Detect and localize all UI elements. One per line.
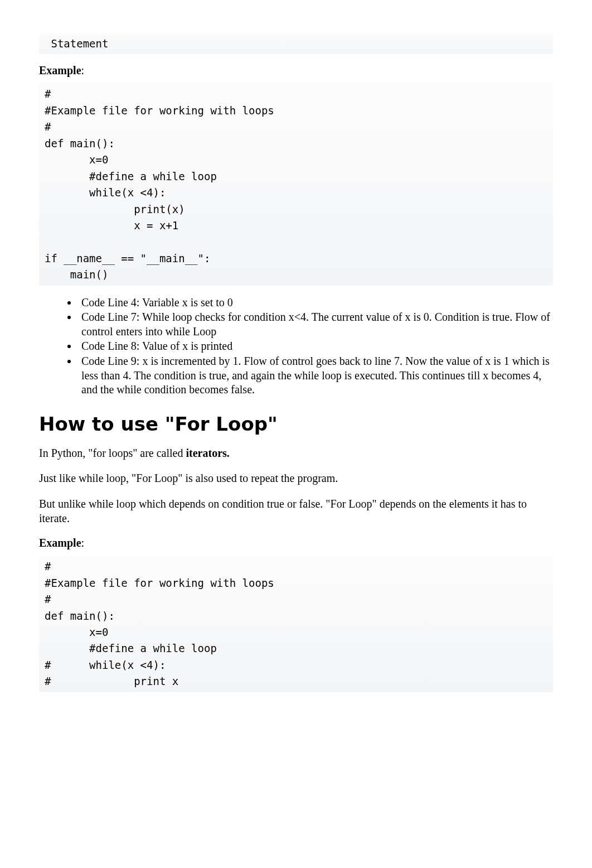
code-block-while-loop: # #Example file for working with loops #…: [39, 84, 553, 285]
example-label-1-bold: Example: [39, 64, 81, 76]
para-just-like: Just like while loop, "For Loop" is also…: [39, 471, 553, 486]
list-item: Code Line 4: Variable x is set to 0: [78, 296, 553, 310]
example-label-2: Example:: [39, 537, 553, 549]
example-label-2-bold: Example: [39, 537, 81, 549]
explanation-list: Code Line 4: Variable x is set to 0 Code…: [39, 296, 553, 397]
para-unlike: But unlike while loop which depends on c…: [39, 497, 553, 525]
code-fragment-statement: Statement: [39, 33, 553, 54]
para-iterators-pre: In Python, "for loops" are called: [39, 447, 186, 459]
list-item: Code Line 8: Value of x is printed: [78, 339, 553, 354]
example-label-1-colon: :: [81, 64, 85, 76]
list-item: Code Line 7: While loop checks for condi…: [78, 310, 553, 339]
list-item: Code Line 9: x is incremented by 1. Flow…: [78, 354, 553, 397]
code-block-for-loop: # #Example file for working with loops #…: [39, 556, 553, 692]
example-label-2-colon: :: [81, 537, 85, 549]
example-label-1: Example:: [39, 64, 553, 77]
para-iterators-bold: iterators.: [186, 447, 230, 459]
para-iterators: In Python, "for loops" are called iterat…: [39, 446, 553, 461]
heading-for-loop: How to use "For Loop": [39, 413, 553, 435]
